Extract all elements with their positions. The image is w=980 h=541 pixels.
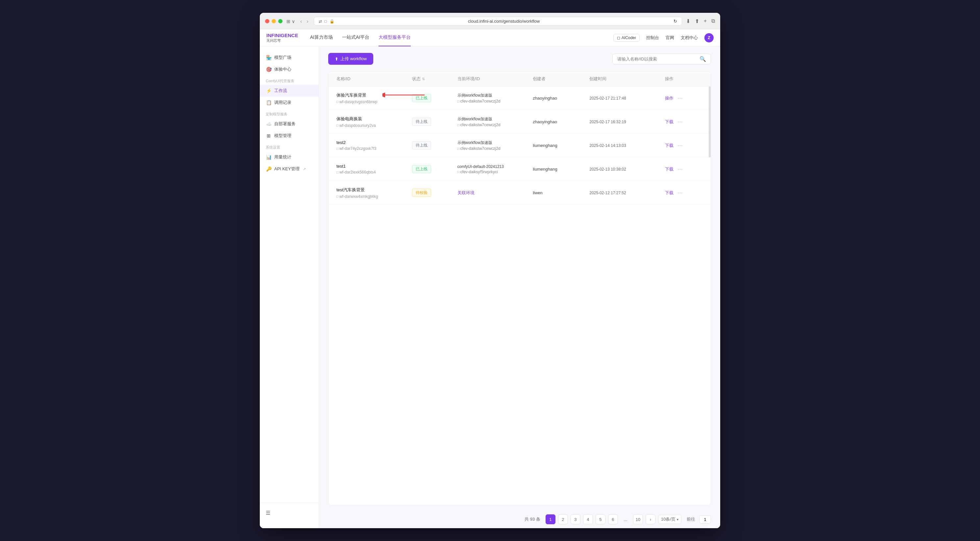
upload-workflow-button[interactable]: ⬆ 上传 workflow xyxy=(328,53,373,65)
download-button-4[interactable]: 下载 xyxy=(665,190,673,196)
env-cell-0: 示例workflow加速版 □ cfev-daikstw7cewczj2d xyxy=(457,88,533,108)
close-button[interactable] xyxy=(265,19,269,23)
more-button-2[interactable]: ··· xyxy=(678,143,683,149)
env-cell-3: comfyUI-default-20241213 □ cfev-daiksyf5… xyxy=(457,160,533,179)
link-env-button[interactable]: 关联环境 xyxy=(457,190,474,195)
sidebar-item-model-plaza[interactable]: 🏪 模型广场 xyxy=(260,52,319,63)
sidebar-collapse-button[interactable]: ☰ xyxy=(260,507,319,519)
minimize-button[interactable] xyxy=(272,19,276,23)
scrollbar-thumb[interactable] xyxy=(709,86,711,157)
sidebar-item-usage-stats[interactable]: 📊 用量统计 xyxy=(260,151,319,163)
new-tab-icon[interactable]: + xyxy=(704,18,707,24)
row-4-id: □ wf-darwxw4xmkgjt4kg xyxy=(336,194,412,199)
goto-input[interactable] xyxy=(699,516,711,524)
download-manager-icon[interactable]: ⬇ xyxy=(686,18,690,24)
tab-ai-computing[interactable]: AI算力市场 xyxy=(310,29,333,46)
sidebar-item-api-key[interactable]: 🔑 API KEY管理 ↗ xyxy=(260,163,319,175)
aicoder-button[interactable]: ◻ AICoder xyxy=(613,34,640,42)
action-cell-2: 下载 ··· xyxy=(665,138,703,153)
console-link[interactable]: 控制台 xyxy=(646,35,659,41)
th-time: 创建时间 xyxy=(589,71,665,86)
row-0-env-name: 示例workflow加速版 xyxy=(457,93,533,98)
row-3-name: test1 xyxy=(336,164,412,168)
th-actions: 操作 xyxy=(665,71,703,86)
status-cell-2: 待上线 xyxy=(412,137,457,154)
row-2-env-name: 示例workflow加速版 xyxy=(457,140,533,146)
doc-icon-env-3: □ xyxy=(457,170,460,173)
address-bar[interactable]: ⇄ □ 🔒 cloud.infini-ai.com/genstudio/work… xyxy=(314,17,682,25)
goto-label: 前往 xyxy=(687,516,695,522)
search-bar[interactable]: 🔍 xyxy=(612,54,711,64)
download-button-0[interactable]: 操作 xyxy=(665,95,673,101)
page-btn-2[interactable]: 2 xyxy=(558,514,568,524)
hamburger-icon: ☰ xyxy=(266,510,270,516)
refresh-icon[interactable]: ↻ xyxy=(673,19,677,24)
action-cell-4: 下载 ··· xyxy=(665,186,703,200)
page-btn-1[interactable]: 1 xyxy=(546,514,555,524)
tab-llm-service[interactable]: 大模型服务平台 xyxy=(379,29,411,46)
forward-button[interactable]: › xyxy=(305,18,309,25)
row-0-id: □ wf-dasqctvgssn6brwp xyxy=(336,100,412,104)
external-link-icon: ↗ xyxy=(303,167,306,171)
custom-model-section-label: 定制模型服务 xyxy=(260,108,319,118)
page-btn-3[interactable]: 3 xyxy=(571,514,581,524)
share-icon[interactable]: ⬆ xyxy=(695,18,699,24)
store-icon: 🏪 xyxy=(266,55,272,60)
nav-tabs: AI算力市场 一站式AI平台 大模型服务平台 xyxy=(310,29,613,46)
next-page-button[interactable]: › xyxy=(646,514,655,524)
system-settings-section-label: 系统设置 xyxy=(260,142,319,151)
download-button-1[interactable]: 下载 xyxy=(665,119,673,125)
url-text: cloud.infini-ai.com/genstudio/workflow xyxy=(337,19,671,24)
back-button[interactable]: ‹ xyxy=(299,18,303,25)
sidebar-item-call-records[interactable]: 📋 调用记录 xyxy=(260,97,319,108)
lock-icon: 🔒 xyxy=(329,19,334,24)
maximize-button[interactable] xyxy=(278,19,283,23)
download-button-2[interactable]: 下载 xyxy=(665,143,673,149)
table-row: 体验电商换装 □ wf-daspdosuriury2va 待上线 示例workf… xyxy=(329,110,711,134)
time-cell-3: 2025-02-13 10:38:02 xyxy=(589,162,665,176)
sidebar-item-workflow[interactable]: ⚡ 工作流 xyxy=(260,85,319,97)
translate-icon: ⇄ xyxy=(319,19,322,24)
download-button-3[interactable]: 下载 xyxy=(665,166,673,172)
table-scroll-area: 体验汽车换背景 □ wf-dasqctvgssn6brwp xyxy=(329,86,711,205)
search-input[interactable] xyxy=(617,57,697,62)
workflow-table: 名称/ID 状态 ⇅ 当前环境/ID 创建者 创建时间 操作 体验汽车换背景 xyxy=(328,71,711,505)
name-cell-1: 体验电商换装 □ wf-daspdosuriury2va xyxy=(336,111,412,132)
page-btn-5[interactable]: 5 xyxy=(595,514,605,524)
app-body: 🏪 模型广场 🎯 体验中心 ComfyUI托管服务 ⚡ 工作流 📋 调用记 xyxy=(260,46,720,528)
sidebar-item-model-manage[interactable]: ⊞ 模型管理 xyxy=(260,130,319,142)
app-logo: INFINIGENCE 无问芯穹 xyxy=(266,33,298,43)
sidebar-item-experience[interactable]: 🎯 体验中心 xyxy=(260,63,319,75)
status-badge-3: 已上线 xyxy=(412,165,431,173)
more-button-1[interactable]: ··· xyxy=(678,119,683,125)
total-count: 共 93 条 xyxy=(525,516,540,522)
table-row: test汽车换背景 □ wf-darwxw4xmkgjt4kg 待校验 关联环境 xyxy=(329,181,711,205)
doc-icon-4: □ xyxy=(336,195,338,198)
page-btn-4[interactable]: 4 xyxy=(583,514,593,524)
more-button-3[interactable]: ··· xyxy=(678,166,683,172)
page-size-select[interactable]: 10条/页 ▾ xyxy=(658,515,681,524)
sidebar-item-self-deploy[interactable]: ☁️ 自部署服务 xyxy=(260,118,319,130)
table-row: 体验汽车换背景 □ wf-dasqctvgssn6brwp xyxy=(329,86,711,110)
logo-main: INFINIGENCE xyxy=(266,33,298,38)
aicoder-icon: ◻ xyxy=(617,35,620,40)
user-avatar[interactable]: Z xyxy=(705,33,714,43)
th-status[interactable]: 状态 ⇅ xyxy=(412,71,457,86)
page-btn-6[interactable]: 6 xyxy=(608,514,618,524)
docs-link[interactable]: 文档中心 xyxy=(681,35,698,41)
time-cell-1: 2025-02-17 16:32:19 xyxy=(589,115,665,129)
sidebar-toggle[interactable]: ⊞ ∨ xyxy=(286,19,295,24)
tab-one-stop-ai[interactable]: 一站式AI平台 xyxy=(342,29,369,46)
doc-icon-env-2: □ xyxy=(457,147,460,151)
records-icon: 📋 xyxy=(266,100,272,105)
more-button-0[interactable]: ··· xyxy=(678,95,683,101)
nav-right: ◻ AICoder 控制台 官网 文档中心 Z xyxy=(613,33,714,43)
page-btn-10[interactable]: 10 xyxy=(633,514,643,524)
name-cell-2: test2 □ wf-dar74y2czgsxk7f3 xyxy=(336,135,412,155)
red-arrow-annotation xyxy=(382,90,425,100)
tabs-icon[interactable]: ⧉ xyxy=(711,18,715,24)
official-site-link[interactable]: 官网 xyxy=(666,35,674,41)
more-button-4[interactable]: ··· xyxy=(678,190,683,196)
time-cell-2: 2025-02-14 14:13:03 xyxy=(589,139,665,152)
browser-chrome: ⊞ ∨ ‹ › ⇄ □ 🔒 cloud.infini-ai.com/genstu… xyxy=(260,13,720,29)
